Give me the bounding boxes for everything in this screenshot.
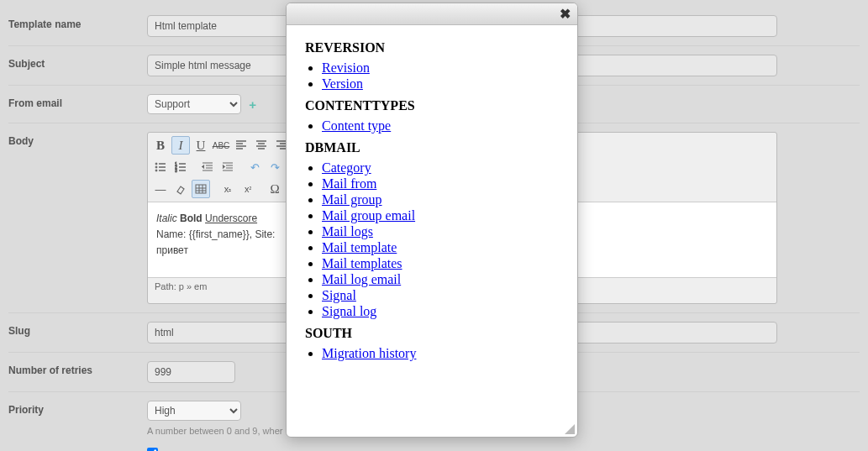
undo-button[interactable]: ↶ <box>245 158 264 176</box>
table-button[interactable] <box>192 180 210 198</box>
label-body: Body <box>8 132 147 147</box>
outdent-button[interactable] <box>198 158 217 176</box>
hr-button[interactable]: — <box>151 180 170 198</box>
label-priority: Priority <box>8 401 147 416</box>
group-list: RevisionVersion <box>322 60 559 92</box>
dialog-body: REVERSIONRevisionVersionCONTENTTYPESCont… <box>287 25 577 437</box>
list-item: Mail group email <box>322 208 559 223</box>
svg-point-0 <box>155 163 157 165</box>
reference-link[interactable]: Mail group email <box>322 208 415 223</box>
reference-link[interactable]: Signal <box>322 288 356 302</box>
group-list: Migration history <box>322 346 559 361</box>
sample-underscore: Underscore <box>205 212 257 224</box>
label-subject: Subject <box>8 55 147 70</box>
list-item: Mail templates <box>322 256 559 271</box>
align-center-button[interactable] <box>252 136 271 155</box>
group-list: Content type <box>322 118 559 134</box>
list-item: Revision <box>322 60 559 76</box>
reference-link[interactable]: Mail templates <box>322 256 402 270</box>
bullet-list-button[interactable] <box>151 158 170 176</box>
group-heading: CONTENTTYPES <box>305 98 559 113</box>
add-from-email-icon[interactable]: + <box>249 97 256 112</box>
list-item: Signal log <box>322 304 559 319</box>
svg-point-1 <box>155 166 157 168</box>
group-heading: DBMAIL <box>305 140 559 155</box>
group-heading: REVERSION <box>305 40 559 55</box>
sample-bold: Bold <box>180 212 203 224</box>
superscript-button[interactable]: x² <box>239 180 257 198</box>
svg-point-2 <box>155 170 157 171</box>
reference-link[interactable]: Mail log email <box>322 272 401 286</box>
retries-input[interactable] <box>147 361 235 383</box>
reference-link[interactable]: Content type <box>322 118 391 133</box>
reference-link[interactable]: Signal log <box>322 304 376 318</box>
bold-button[interactable]: B <box>151 136 170 155</box>
dialog-titlebar[interactable]: ✖ <box>287 3 577 25</box>
list-item: Mail from <box>322 176 559 191</box>
label-slug: Slug <box>8 322 147 337</box>
list-item: Mail group <box>322 192 559 207</box>
list-item: Content type <box>322 118 559 134</box>
reference-link[interactable]: Version <box>322 76 363 91</box>
list-item: Mail log email <box>322 272 559 287</box>
group-heading: SOUTH <box>305 326 559 341</box>
reference-link[interactable]: Mail template <box>322 240 397 254</box>
eraser-button[interactable] <box>171 180 190 198</box>
list-item: Mail logs <box>322 224 559 239</box>
close-icon[interactable]: ✖ <box>560 6 571 22</box>
list-item: Category <box>322 160 559 176</box>
reference-dialog: ✖ REVERSIONRevisionVersionCONTENTTYPESCo… <box>286 3 578 438</box>
svg-text:3: 3 <box>175 168 177 173</box>
svg-rect-6 <box>196 185 206 193</box>
align-left-button[interactable] <box>232 136 250 155</box>
dialog-resize-grip[interactable] <box>565 424 575 434</box>
subscript-button[interactable]: x₂ <box>218 180 237 198</box>
numbered-list-button[interactable]: 123 <box>171 158 190 176</box>
underline-button[interactable]: U <box>192 136 210 155</box>
italic-button[interactable]: I <box>171 136 190 155</box>
label-retries: Number of retries <box>8 361 147 376</box>
reference-link[interactable]: Migration history <box>322 346 416 360</box>
reference-link[interactable]: Mail from <box>322 176 376 191</box>
reference-link[interactable]: Category <box>322 160 371 175</box>
label-from-email: From email <box>8 94 147 109</box>
list-item: Migration history <box>322 346 559 361</box>
list-item: Signal <box>322 288 559 303</box>
redo-button[interactable]: ↷ <box>266 158 284 176</box>
list-item: Version <box>322 76 559 92</box>
from-email-select[interactable]: Support <box>147 94 241 114</box>
reference-link[interactable]: Revision <box>322 60 370 75</box>
group-list: CategoryMail fromMail groupMail group em… <box>322 160 559 319</box>
special-char-button[interactable]: Ω <box>266 180 284 198</box>
is-html-checkbox[interactable] <box>147 448 158 451</box>
sample-italic: Italic <box>156 212 177 224</box>
label-template-name: Template name <box>8 15 147 30</box>
indent-button[interactable] <box>218 158 237 176</box>
list-item: Mail template <box>322 240 559 255</box>
reference-link[interactable]: Mail group <box>322 192 382 207</box>
reference-link[interactable]: Mail logs <box>322 224 373 239</box>
strikethrough-button[interactable]: ABC <box>212 136 230 155</box>
priority-select[interactable]: High <box>147 401 241 421</box>
